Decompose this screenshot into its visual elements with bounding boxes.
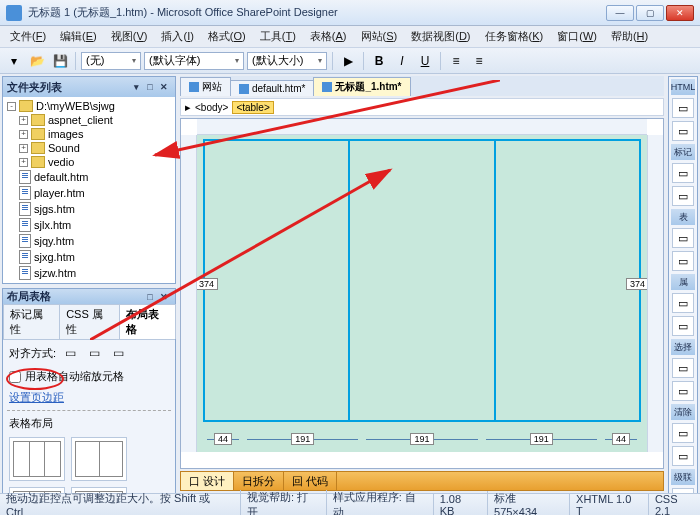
menu-f[interactable]: 文件(F) [4, 27, 52, 46]
breadcrumb-body[interactable]: <body> [195, 102, 228, 113]
margin-link[interactable]: 设置页边距 [9, 390, 64, 405]
layout-thumb[interactable] [9, 437, 65, 481]
toolbox-button[interactable]: ▭ [672, 381, 694, 401]
menu-v[interactable]: 视图(V) [105, 27, 154, 46]
status-style-mode[interactable]: 样式应用程序: 自动 [326, 490, 423, 516]
expand-icon[interactable]: + [19, 130, 28, 139]
toolbox-button[interactable]: ▭ [672, 358, 694, 378]
table-column[interactable] [205, 141, 350, 420]
folder-tree[interactable]: -D:\myWEB\sjwg+aspnet_client+images+Soun… [3, 97, 175, 283]
menu-d[interactable]: 数据视图(D) [405, 27, 476, 46]
status-resolution[interactable]: 标准 575×434 [487, 491, 559, 515]
bold-button[interactable]: B [369, 51, 389, 71]
toolbox-button[interactable]: ▭ [672, 293, 694, 313]
document-tab[interactable]: default.htm* [230, 80, 314, 96]
status-xhtml[interactable]: XHTML 1.0 T [569, 493, 638, 516]
size-combo[interactable]: (默认大小)▾ [247, 52, 327, 70]
view-mode-button[interactable]: 口 设计 [181, 472, 234, 490]
toolbox-button[interactable]: ▭ [672, 251, 694, 271]
tree-item[interactable]: +aspnet_client [5, 113, 173, 127]
toolbox-button[interactable]: ▭ [672, 423, 694, 443]
status-visual-help[interactable]: 视觉帮助: 打开 [240, 490, 316, 516]
toolbox-section-head[interactable]: 属 [671, 274, 695, 290]
close-button[interactable]: ✕ [666, 5, 694, 21]
tree-item[interactable]: sjlx.htm [5, 217, 173, 233]
minimize-button[interactable]: — [606, 5, 634, 21]
status-css[interactable]: CSS 2.1 [648, 493, 694, 516]
design-canvas[interactable]: 374 374 44 191 191 191 44 [180, 118, 664, 469]
new-doc-icon[interactable]: ▾ [4, 51, 24, 71]
toolbox-section-head[interactable]: 表 [671, 209, 695, 225]
align-opt-icon[interactable]: ▭ [60, 343, 80, 363]
tree-item[interactable]: sjgs.htm [5, 201, 173, 217]
tree-item[interactable]: +vedio [5, 155, 173, 169]
document-tab[interactable]: 网站 [180, 77, 231, 96]
tree-item[interactable]: sjxg.htm [5, 249, 173, 265]
table-column[interactable] [496, 141, 639, 420]
preview-icon[interactable]: ▶ [338, 51, 358, 71]
tree-item[interactable]: -D:\myWEB\sjwg [5, 99, 173, 113]
toolbox-button[interactable]: ▭ [672, 446, 694, 466]
align-opt-icon[interactable]: ▭ [108, 343, 128, 363]
toolbox-button[interactable]: ▭ [672, 316, 694, 336]
align-opt-icon[interactable]: ▭ [84, 343, 104, 363]
align-left-icon[interactable]: ≡ [446, 51, 466, 71]
menu-e[interactable]: 编辑(E) [54, 27, 103, 46]
open-icon[interactable]: 📂 [27, 51, 47, 71]
layout-tab[interactable]: 标记属性 [3, 304, 60, 339]
toolbox-button[interactable]: ▭ [672, 121, 694, 141]
layout-thumb[interactable] [71, 437, 127, 481]
panel-close-icon[interactable]: ✕ [157, 290, 171, 304]
font-combo[interactable]: (默认字体)▾ [144, 52, 244, 70]
layout-table[interactable] [203, 139, 641, 422]
expand-icon[interactable]: + [19, 144, 28, 153]
menu-h[interactable]: 帮助(H) [605, 27, 654, 46]
expand-icon[interactable]: + [19, 158, 28, 167]
view-mode-button[interactable]: 日拆分 [234, 472, 284, 490]
margin-link-row[interactable]: 设置页边距 [3, 387, 175, 408]
menu-t[interactable]: 工具(T) [254, 27, 302, 46]
panel-pin-icon[interactable]: □ [143, 80, 157, 94]
tree-item[interactable]: +Sound [5, 141, 173, 155]
toolbox-button[interactable]: ▭ [672, 228, 694, 248]
panel-pin-icon[interactable]: □ [143, 290, 157, 304]
save-icon[interactable]: 💾 [50, 51, 70, 71]
toolbox-section-head[interactable]: HTML [671, 79, 695, 95]
expand-icon[interactable]: + [19, 116, 28, 125]
view-mode-button[interactable]: 回 代码 [284, 472, 337, 490]
tree-item[interactable]: sjqy.htm [5, 233, 173, 249]
document-tab[interactable]: 无标题_1.htm* [313, 77, 410, 96]
toolbox-button[interactable]: ▭ [672, 186, 694, 206]
panel-newdoc-icon[interactable]: ▾ [129, 80, 143, 94]
align-center-icon[interactable]: ≡ [469, 51, 489, 71]
menu-i[interactable]: 插入(I) [155, 27, 199, 46]
tree-item[interactable]: player.htm [5, 185, 173, 201]
menu-w[interactable]: 窗口(W) [551, 27, 603, 46]
italic-button[interactable]: I [392, 51, 412, 71]
underline-button[interactable]: U [415, 51, 435, 71]
style-combo[interactable]: (无)▾ [81, 52, 141, 70]
toolbox-section-head[interactable]: 级联 [671, 469, 695, 485]
design-surface[interactable]: 374 374 44 191 191 191 44 [197, 135, 647, 452]
menu-o[interactable]: 格式(O) [202, 27, 252, 46]
table-column[interactable] [350, 141, 495, 420]
toolbox-button[interactable]: ▭ [672, 98, 694, 118]
tree-item[interactable]: sjzw.htm [5, 265, 173, 281]
menu-k[interactable]: 任务窗格(K) [479, 27, 550, 46]
tagbar-toggle-icon[interactable]: ▸ [185, 101, 191, 114]
toolbox-section-head[interactable]: 清除 [671, 404, 695, 420]
toolbox-section-head[interactable]: 选择 [671, 339, 695, 355]
tree-item[interactable]: default.htm [5, 169, 173, 185]
autoscale-checkbox[interactable] [9, 371, 21, 383]
toolbox-button[interactable]: ▭ [672, 163, 694, 183]
collapse-icon[interactable]: - [7, 102, 16, 111]
layout-tab[interactable]: 布局表格 [119, 304, 176, 339]
panel-close-icon[interactable]: ✕ [157, 80, 171, 94]
maximize-button[interactable]: ▢ [636, 5, 664, 21]
menu-s[interactable]: 网站(S) [355, 27, 404, 46]
tree-item[interactable]: +images [5, 127, 173, 141]
menu-a[interactable]: 表格(A) [304, 27, 353, 46]
breadcrumb-table-tag[interactable]: <table> [232, 101, 273, 114]
toolbox-section-head[interactable]: 标记 [671, 144, 695, 160]
layout-tab[interactable]: CSS 属性 [59, 304, 120, 339]
